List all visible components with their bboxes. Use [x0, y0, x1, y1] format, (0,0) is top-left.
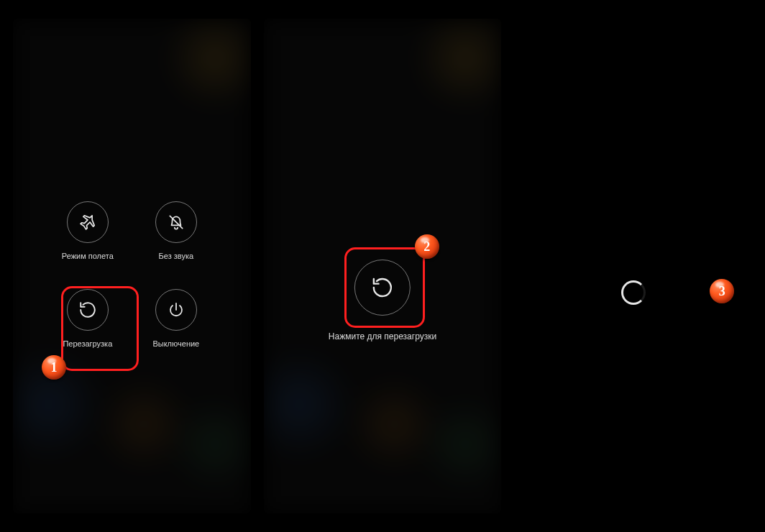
- power-off-button[interactable]: Выключение: [141, 289, 211, 348]
- power-icon: [155, 289, 197, 331]
- airplane-mode-button[interactable]: Режим полета: [52, 201, 122, 260]
- airplane-icon: [67, 201, 109, 243]
- loading-spinner-icon: [621, 280, 646, 305]
- silent-mode-button[interactable]: Без звука: [141, 201, 211, 260]
- power-menu: Режим полета Без звука: [52, 201, 211, 348]
- reboot-confirm-caption: Нажмите для перезагрузки: [329, 331, 436, 341]
- tutorial-panels: Режим полета Без звука: [0, 0, 765, 532]
- reboot-icon: [371, 276, 394, 299]
- screenshot-step-3: 3: [514, 19, 752, 513]
- silent-mode-label: Без звука: [159, 252, 194, 260]
- step-badge-3: 3: [710, 279, 734, 303]
- reboot-button[interactable]: Перезагрузка: [52, 289, 122, 348]
- power-off-label: Выключение: [152, 339, 199, 348]
- step-badge-1: 1: [42, 355, 66, 380]
- reboot-confirm: Нажмите для перезагрузки: [329, 260, 436, 341]
- reboot-label: Перезагрузка: [63, 339, 112, 348]
- reboot-confirm-button[interactable]: [354, 260, 411, 316]
- airplane-mode-label: Режим полета: [62, 252, 114, 260]
- step-badge-2: 2: [415, 234, 439, 259]
- bell-off-icon: [155, 201, 197, 243]
- screenshot-step-2: Нажмите для перезагрузки 2: [264, 19, 502, 513]
- screenshot-step-1: Режим полета Без звука: [13, 19, 251, 513]
- reboot-icon: [67, 289, 109, 331]
